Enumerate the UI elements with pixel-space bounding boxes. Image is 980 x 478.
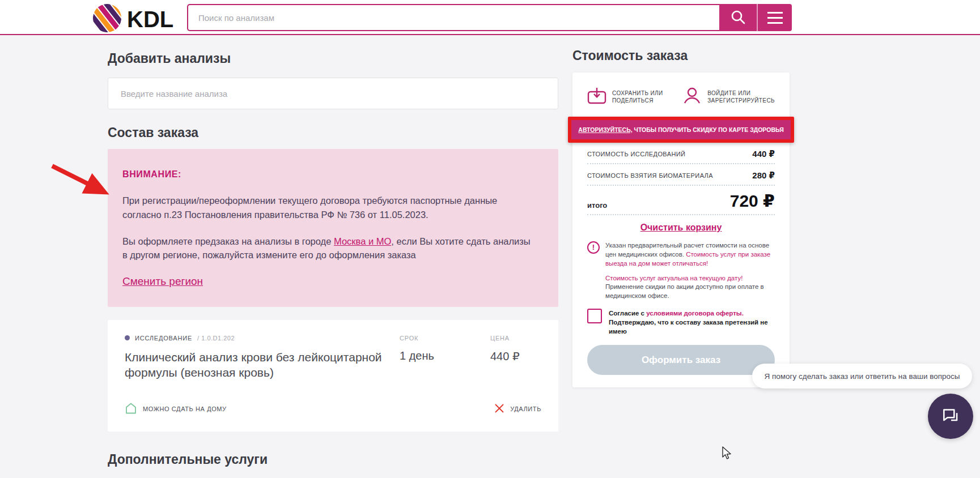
user-icon — [682, 86, 702, 108]
delete-label: УДАЛИТЬ — [510, 406, 541, 412]
home-collection-badge: МОЖНО СДАТЬ НА ДОМУ — [125, 402, 227, 416]
warning-title: ВНИМАНИЕ: — [122, 168, 536, 181]
annotation-highlight-box: АВТОРИЗУЙТЕСЬ, ЧТОБЫ ПОЛУЧИТЬ СКИДКУ ПО … — [568, 117, 794, 143]
header-search-group — [187, 4, 792, 31]
login-or-register-label: ВОЙДИТЕ ИЛИ ЗАРЕГИСТРИРУЙТЕСЬ — [707, 89, 775, 105]
delete-x-icon — [494, 403, 504, 415]
clear-cart-link[interactable]: Очистить корзину — [640, 223, 722, 232]
order-contents-title: Состав заказа — [108, 125, 558, 140]
menu-button[interactable] — [757, 4, 792, 31]
cost-label: СТОИМОСТЬ ВЗЯТИЯ БИОМАТЕРИАЛА — [587, 172, 713, 179]
order-cost-title: Стоимость заказа — [572, 48, 790, 63]
mouse-cursor-icon — [721, 446, 733, 462]
agreement-text: Согласие с условиями договора оферты. По… — [609, 309, 775, 336]
chat-tooltip: Я помогу сделать заказ или ответить на в… — [752, 364, 972, 389]
search-input[interactable] — [187, 4, 719, 31]
order-item-card: ИССЛЕДОВАНИЕ / 1.0.D1.202 СРОК ЦЕНА Клин… — [108, 320, 558, 432]
item-name: Клинический анализ крови без лейкоцитарн… — [125, 349, 400, 381]
authorize-rest: ЧТОБЫ ПОЛУЧИТЬ СКИДКУ ПО КАРТЕ ЗДОРОВЬЯ — [633, 126, 784, 133]
order-summary-column: Стоимость заказа СОХРАНИТЬ ИЛИ ПОДЕЛИТЬС… — [572, 48, 790, 387]
agreement-checkbox[interactable] — [587, 309, 602, 323]
cost-row-research: СТОИМОСТЬ ИССЛЕДОВАНИЙ 440 ₽ — [587, 143, 775, 164]
additional-services-title: Дополнительные услуги — [108, 452, 558, 467]
add-analysis-input[interactable] — [121, 89, 545, 99]
warning-exclamation-icon: ! — [587, 241, 600, 254]
order-summary-card: СОХРАНИТЬ ИЛИ ПОДЕЛИТЬСЯ ВОЙДИТЕ ИЛИ ЗАР… — [572, 72, 790, 387]
term-column-label: СРОК — [400, 335, 490, 342]
item-code: / 1.0.D1.202 — [197, 335, 235, 342]
warning-paragraph-2: Вы оформляете предзаказ на анализы в гор… — [122, 234, 536, 263]
note1-text: Указан предварительный расчет стоимости … — [605, 241, 775, 268]
current-date-note: Стоимость услуг актуальна на текущую дат… — [605, 274, 775, 301]
cost-label: СТОИМОСТЬ ИССЛЕДОВАНИЙ — [587, 151, 685, 157]
warning-paragraph-1: При регистрации/переоформлении текущего … — [122, 194, 536, 222]
item-price: 440 ₽ — [490, 349, 541, 381]
change-region-link[interactable]: Сменить регион — [122, 274, 203, 290]
search-icon — [730, 9, 746, 27]
cost-value: 280 ₽ — [752, 170, 775, 181]
kdl-logo[interactable]: KDL — [92, 3, 173, 35]
total-value: 720 ₽ — [730, 193, 775, 210]
cost-value: 440 ₽ — [752, 149, 775, 159]
price-column-label: ЦЕНА — [490, 335, 541, 342]
warning-p2-before: Вы оформляете предзаказ на анализы в гор… — [122, 236, 334, 246]
total-label: итого — [587, 201, 607, 210]
header: KDL — [0, 0, 980, 35]
warning-banner: ВНИМАНИЕ: При регистрации/переоформлении… — [108, 149, 558, 307]
agreement-row: Согласие с условиями договора оферты. По… — [587, 309, 775, 336]
authorize-discount-banner[interactable]: АВТОРИЗУЙТЕСЬ, ЧТОБЫ ПОЛУЧИТЬ СКИДКУ ПО … — [571, 120, 791, 139]
agree-bold: Подтверждаю, что к составу заказа претен… — [609, 319, 768, 335]
note2-accent: Стоимость услуг актуальна на текущую дат… — [605, 275, 743, 281]
save-or-share-label: СОХРАНИТЬ ИЛИ ПОДЕЛИТЬСЯ — [612, 89, 669, 105]
chat-bubble-icon — [940, 405, 961, 428]
preliminary-cost-note: ! Указан предварительный расчет стоимост… — [587, 241, 775, 268]
total-row: итого 720 ₽ — [587, 186, 775, 215]
authorize-link[interactable]: АВТОРИЗУЙТЕСЬ, — [578, 126, 632, 133]
chat-button[interactable] — [928, 394, 973, 439]
item-term: 1 день — [400, 349, 490, 381]
offer-terms-link[interactable]: условиями договора оферты. — [646, 310, 744, 317]
item-meta: ИССЛЕДОВАНИЕ / 1.0.D1.202 — [125, 335, 400, 342]
kdl-logo-icon — [92, 3, 122, 35]
region-link[interactable]: Москва и МО — [334, 236, 391, 246]
delete-item-button[interactable]: УДАЛИТЬ — [494, 403, 541, 415]
login-or-register-button[interactable]: ВОЙДИТЕ ИЛИ ЗАРЕГИСТРИРУЙТЕСЬ — [682, 86, 775, 108]
home-icon — [125, 402, 137, 416]
agree-normal: Согласие с — [609, 310, 646, 317]
main-column: Добавить анализы Состав заказа ВНИМАНИЕ:… — [108, 45, 558, 478]
home-collection-label: МОЖНО СДАТЬ НА ДОМУ — [143, 406, 227, 412]
annotation-arrow-icon — [49, 161, 111, 203]
save-or-share-button[interactable]: СОХРАНИТЬ ИЛИ ПОДЕЛИТЬСЯ — [587, 86, 669, 108]
cost-row-biomaterial: СТОИМОСТЬ ВЗЯТИЯ БИОМАТЕРИАЛА 280 ₽ — [587, 164, 775, 186]
logo-text: KDL — [127, 7, 173, 32]
place-order-button[interactable]: Оформить заказ — [587, 345, 775, 375]
add-analyses-title: Добавить анализы — [108, 51, 558, 66]
save-share-icon — [587, 87, 606, 106]
add-analysis-box — [108, 78, 558, 109]
item-type-label: ИССЛЕДОВАНИЕ — [135, 335, 192, 342]
search-button[interactable] — [719, 4, 757, 31]
research-bullet-icon — [125, 335, 130, 340]
hamburger-icon — [767, 12, 783, 24]
note2-normal: Применение скидки по акции доступно при … — [605, 283, 764, 299]
